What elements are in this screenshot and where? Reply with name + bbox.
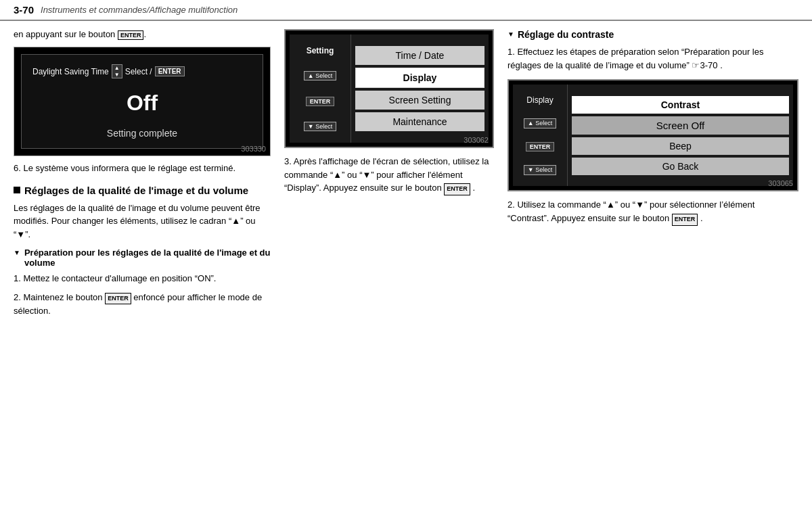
contrast-left-display: Display [517,95,563,105]
screen2-code: 303062 [464,136,489,144]
enter-key-right: ENTER [672,214,698,226]
menu-left-down-select: ▼ Select [294,122,346,132]
screen3-code: 303065 [768,179,793,187]
dst-top-row: Daylight Saving Time ▲ ▼ Select / ENTER [32,64,252,78]
contrast-left-enter: ENTER [517,142,563,151]
menu-left-up-select: ▲ Select [294,71,346,81]
step6-text: 6. Le système vous informera que le régl… [14,162,271,175]
prep-step2: 2. Maintenez le bouton ENTER enfoncé pou… [14,291,271,318]
menu-item-timedate: Time / Date [355,46,484,65]
enter-key-inline: ENTER [118,30,144,40]
dst-complete: Setting complete [32,128,252,139]
caption-text: 3. Après l'affichage de l'écran de sélec… [284,155,494,195]
content-area: en appuyant sur le bouton ENTER. Dayligh… [0,21,812,331]
enter-key-caption: ENTER [444,183,470,195]
menu-screen: Setting ▲ Select ENTER ▼ Select Time / D… [290,34,489,143]
screen2-box: Setting ▲ Select ENTER ▼ Select Time / D… [284,29,494,148]
menu-item-screensetting: Screen Setting [355,91,484,110]
menu-left: Setting ▲ Select ENTER ▼ Select [290,34,351,143]
dst-enter-badge: ENTER [155,66,185,76]
dst-screen: Daylight Saving Time ▲ ▼ Select / ENTER … [21,54,263,149]
menu-left-enter: ENTER [294,97,346,106]
screen1-code: 303330 [241,145,266,153]
contrast-left: Display ▲ Select ENTER ▼ Select [513,85,567,186]
page-number: 3-70 [14,4,34,16]
intro-text: en appuyant sur le bouton ENTER. [14,29,271,40]
prep-step1: 1. Mettez le contacteur d'allumage en po… [14,272,271,285]
reglage-heading: ▼ Réglage du contraste [508,29,798,40]
section-body: Les réglages de la qualité de l'image et… [14,202,271,241]
right-step1: 1. Effectuez les étapes de préparation s… [508,45,798,72]
dst-arrows: ▲ ▼ [112,64,122,78]
section-heading: Réglages de la qualité de l'image et du … [14,185,271,196]
screen3-box: Display ▲ Select ENTER ▼ Select Contrast… [508,79,798,191]
enter-key-step2: ENTER [105,293,131,305]
contrast-right: Contrast Screen Off Beep Go Back [567,85,793,186]
contrast-item-goback: Go Back [572,158,789,175]
menu-right: Time / Date Display Screen Setting Maint… [351,34,489,143]
contrast-left-up-select: ▲ Select [517,118,563,128]
dst-select: Select / [125,67,152,76]
bullet-sq-icon [14,187,20,193]
menu-item-maintenance: Maintenance [355,112,484,131]
prep-heading: ▼ Préparation pour les réglages de la qu… [14,248,271,268]
triangle-icon: ▼ [14,249,20,256]
contrast-item-screenoff: Screen Off [572,116,789,135]
contrast-left-down-select: ▼ Select [517,165,563,175]
screen1-box: Daylight Saving Time ▲ ▼ Select / ENTER … [14,47,271,156]
menu-left-setting: Setting [294,46,346,55]
dst-label: Daylight Saving Time [32,67,109,76]
contrast-screen: Display ▲ Select ENTER ▼ Select Contrast… [513,85,793,186]
triangle-icon-right: ▼ [508,30,514,38]
menu-item-display: Display [355,68,484,88]
page-subtitle: Instruments et commandes/Affichage multi… [41,5,238,15]
contrast-item-contrast: Contrast [572,96,789,114]
left-column: en appuyant sur le bouton ENTER. Dayligh… [14,29,271,323]
right-step2: 2. Utilisez la commande “▲” ou “▼” pour … [508,198,798,226]
contrast-item-beep: Beep [572,137,789,155]
dst-value: Off [32,91,252,116]
right-column: ▼ Réglage du contraste 1. Effectuez les … [508,29,798,323]
middle-column: Setting ▲ Select ENTER ▼ Select Time / D… [284,29,494,323]
page-header: 3-70 Instruments et commandes/Affichage … [0,0,812,21]
